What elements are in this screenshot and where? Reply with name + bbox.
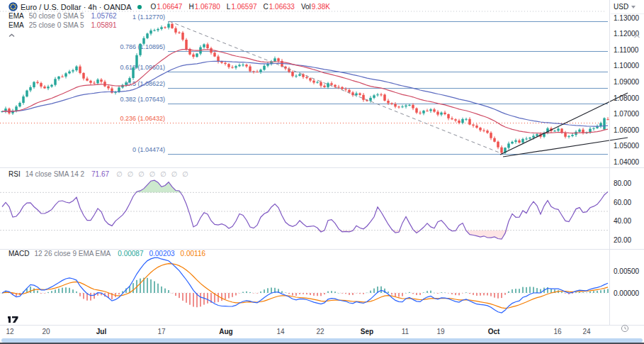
rsi-name: RSI	[9, 170, 21, 178]
legend-collapse-button[interactable]	[6, 31, 17, 39]
time-tick-label: 12	[6, 328, 13, 335]
time-axis[interactable]: 1220Jul17Aug1422Sep1119Oct1624	[0, 326, 609, 338]
price-tick-label: 1.05000	[614, 142, 639, 150]
price-tick-label: 1.11000	[614, 46, 638, 54]
axis-scroll-up-icon[interactable]	[633, 29, 640, 42]
macd-legend[interactable]: MACD 12 26 close 9 EMA EMA 0.00087 0.002…	[9, 250, 205, 257]
ohlc-open: O1.06647	[151, 3, 183, 11]
macd-params: 12 26 close 9 EMA EMA	[34, 250, 111, 257]
rsi-tick-label: 60.00	[614, 199, 631, 206]
rising-wedge-upper[interactable]	[500, 93, 628, 155]
svg-text:0 (1.04474): 0 (1.04474)	[132, 146, 165, 153]
ohlc-close: C1.06633	[264, 3, 295, 11]
ema50-params: 50 close 0 SMA 5	[29, 12, 84, 20]
time-tick-label: 19	[436, 328, 444, 335]
time-tick-label: 16	[553, 328, 561, 335]
price-tick-label: 1.13000	[614, 14, 639, 22]
ema25-name: EMA	[9, 21, 24, 29]
ema50-name: EMA	[9, 12, 24, 20]
fib-retracement[interactable]: 1 (1.12770)0.786 (1.10895)0.618 (1.09601…	[0, 13, 608, 155]
symbol-legend[interactable]: Euro / U.S. Dollar · 4h · OANDA O1.06647…	[9, 2, 330, 11]
rsi-tick-label: 80.00	[614, 179, 631, 187]
ema25-line[interactable]	[2, 50, 608, 133]
axis-currency-toggle[interactable]: USD	[611, 0, 644, 14]
eur-flag-icon	[9, 2, 18, 11]
svg-text:0.618 (1.09601): 0.618 (1.09601)	[120, 64, 165, 71]
time-tick-label: Oct	[488, 328, 500, 335]
ema25-legend[interactable]: EMA 25 close 0 SMA 5 1.05891	[9, 21, 117, 29]
time-tick-label: 22	[316, 328, 324, 335]
rsi-empty-values: ∅ ∅ ∅ ∅ ∅ ∅ ∅	[116, 170, 190, 178]
macd-line-value: 0.00203	[149, 250, 174, 257]
time-tick-label: 20	[42, 328, 50, 335]
ema25-params: 25 close 0 SMA 5	[29, 21, 84, 29]
macd-tick-label: 0.00500	[614, 267, 639, 275]
price-tick-label: 1.09000	[614, 78, 639, 86]
rsi-value: 71.67	[91, 170, 109, 178]
macd-name: MACD	[9, 250, 29, 257]
rsi-legend[interactable]: RSI 14 close SMA 14 2 71.67 ∅ ∅ ∅ ∅ ∅ ∅ …	[9, 170, 190, 178]
ema50-legend[interactable]: EMA 50 close 0 SMA 5 1.05762	[9, 12, 117, 20]
rsi-tick-label: 20.00	[614, 236, 631, 244]
price-tick-label: 1.07000	[614, 110, 639, 118]
ema50-line[interactable]	[2, 61, 608, 126]
price-tick-label: 1.06000	[614, 126, 639, 134]
chevron-down-icon	[631, 6, 635, 9]
ema50-value: 1.05762	[91, 12, 117, 20]
ema25-value: 1.05891	[91, 21, 117, 29]
time-tick-label: 11	[402, 328, 409, 335]
time-tick-label: Aug	[219, 328, 232, 335]
svg-text:0.236 (1.06432): 0.236 (1.06432)	[120, 115, 165, 122]
macd-tick-label: 0.00000	[614, 289, 639, 297]
macd-plot[interactable]	[1, 257, 609, 313]
time-tick-label: Sep	[361, 328, 373, 335]
rsi-tick-label: 40.00	[614, 217, 631, 225]
volume-readout: Vol9.38K	[301, 3, 330, 11]
price-axis[interactable]: USD 1.130001.120001.110001.100001.090001…	[611, 0, 644, 338]
macd-hist-value: 0.00087	[118, 250, 143, 257]
ohlc-low: L1.06597	[227, 3, 257, 11]
time-tick-label: 14	[276, 328, 284, 335]
svg-text:0.382 (1.07643): 0.382 (1.07643)	[120, 96, 165, 103]
time-tick-label: Jul	[96, 328, 106, 335]
price-tick-label: 1.04000	[614, 158, 639, 166]
symbol-title: Euro / U.S. Dollar · 4h · OANDA	[21, 3, 132, 11]
clock-icon[interactable]	[621, 324, 629, 333]
svg-text:1 (1.12770): 1 (1.12770)	[132, 13, 165, 21]
chevron-up-icon	[9, 33, 15, 38]
price-tick-label: 1.08000	[614, 94, 639, 102]
axis-currency-label: USD	[614, 3, 628, 11]
macd-signal-value: 0.00116	[181, 250, 205, 257]
svg-text:0.786 (1.10895): 0.786 (1.10895)	[120, 43, 165, 50]
time-tick-label: 17	[157, 328, 165, 335]
ohlc-high: H1.06780	[188, 3, 220, 11]
market-status-icon	[137, 5, 142, 9]
chart-window: 1 (1.12770)0.786 (1.10895)0.618 (1.09601…	[0, 0, 644, 344]
price-tick-label: 1.10000	[614, 62, 639, 70]
rsi-params: 14 close SMA 14 2	[26, 170, 84, 178]
time-tick-label: 24	[582, 328, 590, 335]
tradingview-logo[interactable]	[7, 314, 21, 324]
